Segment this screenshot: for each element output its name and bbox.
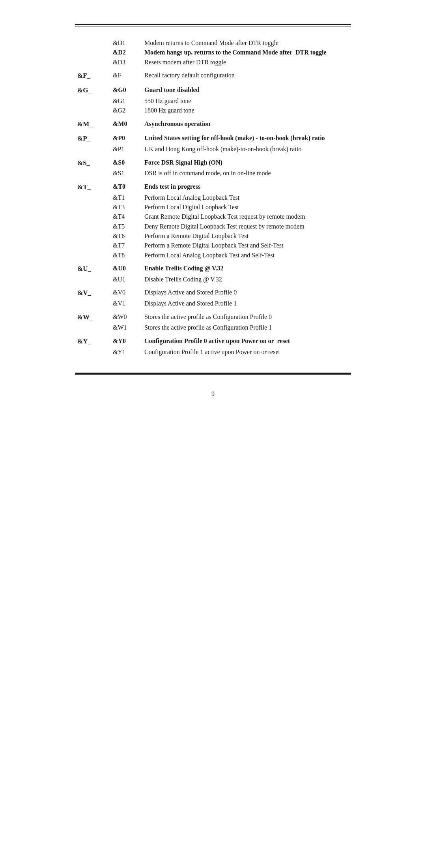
main-cmd [75,96,110,106]
description: Displays Active and Stored Profile 1 [142,299,351,308]
main-cmd [75,222,110,231]
sub-cmd: &D2 [110,48,142,57]
page: &D1 Modem returns to Command Mode after … [59,0,367,868]
sub-cmd: &G0 [110,82,142,96]
sub-cmd: &U0 [110,260,142,275]
sub-cmd: &F [110,67,142,82]
main-cmd: &P_ [75,130,110,144]
sub-cmd: &S1 [110,169,142,178]
sub-cmd: &Y1 [110,347,142,357]
main-cmd [75,58,110,67]
main-cmd [75,212,110,221]
sub-cmd: &W1 [110,323,142,332]
description: Perform Local Analog Loopback Test [142,193,351,202]
description: Stores the active profile as Configurati… [142,309,351,323]
main-cmd [75,231,110,241]
main-cmd [75,202,110,212]
main-cmd: &G_ [75,82,110,96]
top-border-thick [75,24,351,25]
description: Deny Remote Digital Loopback Test reques… [142,222,351,231]
description: Guard tone disabled [142,82,351,96]
sub-cmd: &P0 [110,130,142,144]
sub-cmd: &T5 [110,222,142,231]
description: UK and Hong Kong off-hook (make)-to-on-h… [142,144,351,154]
table-row: &G2 1800 Hz guard tone [75,106,351,115]
table-row: &S1 DSR is off in command mode, on in on… [75,169,351,178]
description: Configuration Profile 1 active upon Powe… [142,347,351,357]
main-cmd [75,275,110,284]
main-cmd [75,241,110,250]
table-row: &P1 UK and Hong Kong off-hook (make)-to-… [75,144,351,154]
sub-cmd: &W0 [110,309,142,323]
main-cmd [75,169,110,178]
sub-cmd: &P1 [110,144,142,154]
bottom-border-thick [75,373,351,375]
main-cmd: &W_ [75,309,110,323]
table-row: &D1 Modem returns to Command Mode after … [75,38,351,48]
table-row: &T5 Deny Remote Digital Loopback Test re… [75,222,351,231]
sub-cmd: &T7 [110,241,142,250]
table-row: &U_ &U0 Enable Trellis Coding @ V.32 [75,260,351,275]
description: Modem returns to Command Mode after DTR … [142,38,351,48]
table-row: &T3 Perform Local Digital Loopback Test [75,202,351,212]
table-row: &T8 Perform Local Analog Loopback Test a… [75,251,351,260]
main-cmd [75,193,110,202]
description: Perform a Remote Digital Loopback Test [142,231,351,241]
table-row: &P_ &P0 United States setting for off-ho… [75,130,351,144]
table-row: &T_ &T0 Ends test in progress [75,178,351,193]
sub-cmd: &D3 [110,58,142,67]
sub-cmd: &T8 [110,251,142,260]
sub-cmd: &T6 [110,231,142,241]
description: Disable Trellis Coding @ V.32 [142,275,351,284]
table-row: &D2 Modem hangs up, returns to the Comma… [75,48,351,57]
table-row: &T4 Grant Remote Digital Loopback Test r… [75,212,351,221]
main-cmd: &U_ [75,260,110,275]
table-row: &Y1 Configuration Profile 1 active upon … [75,347,351,357]
main-cmd [75,144,110,154]
description: Stores the active profile as Configurati… [142,323,351,332]
table-row: &S_ &S0 Force DSR Signal High (ON) [75,154,351,169]
main-cmd [75,251,110,260]
sub-cmd: &T3 [110,202,142,212]
table-row: &G_ &G0 Guard tone disabled [75,82,351,96]
description: Perform Local Digital Loopback Test [142,202,351,212]
sub-cmd: &D1 [110,38,142,48]
description: Asynchronous operation [142,116,351,130]
description: Perform Local Analog Loopback Test and S… [142,251,351,260]
sub-cmd: &G1 [110,96,142,106]
table-row: &Y_ &Y0 Configuration Profile 0 active u… [75,333,351,347]
table-row: &W1 Stores the active profile as Configu… [75,323,351,332]
table-row: &W_ &W0 Stores the active profile as Con… [75,309,351,323]
main-cmd: &S_ [75,154,110,169]
description: Force DSR Signal High (ON) [142,154,351,169]
main-cmd [75,347,110,357]
description: Grant Remote Digital Loopback Test reque… [142,212,351,221]
sub-cmd: &T0 [110,178,142,193]
description: Recall factory default configuration [142,67,351,82]
table-row: &U1 Disable Trellis Coding @ V.32 [75,275,351,284]
table-row: &D3 Resets modem after DTR toggle [75,58,351,67]
sub-cmd: &G2 [110,106,142,115]
command-table: &D1 Modem returns to Command Mode after … [75,38,351,357]
main-cmd: &T_ [75,178,110,193]
main-cmd: &V_ [75,284,110,299]
main-cmd [75,48,110,57]
table-row: &V_ &V0 Displays Active and Stored Profi… [75,284,351,299]
table-row: &M_ &M0 Asynchronous operation [75,116,351,130]
description: Configuration Profile 0 active upon Powe… [142,333,351,347]
description: Ends test in progress [142,178,351,193]
main-cmd [75,299,110,308]
table-row: &T1 Perform Local Analog Loopback Test [75,193,351,202]
main-cmd [75,106,110,115]
sub-cmd: &V1 [110,299,142,308]
description: Enable Trellis Coding @ V.32 [142,260,351,275]
description: Displays Active and Stored Profile 0 [142,284,351,299]
table-row: &V1 Displays Active and Stored Profile 1 [75,299,351,308]
description: United States setting for off-hook (make… [142,130,351,144]
table-row: &F_ &F Recall factory default configurat… [75,67,351,82]
description: DSR is off in command mode, on in on-lin… [142,169,351,178]
table-row: &T6 Perform a Remote Digital Loopback Te… [75,231,351,241]
description: 550 Hz guard tone [142,96,351,106]
description: 1800 Hz guard tone [142,106,351,115]
sub-cmd: &V0 [110,284,142,299]
